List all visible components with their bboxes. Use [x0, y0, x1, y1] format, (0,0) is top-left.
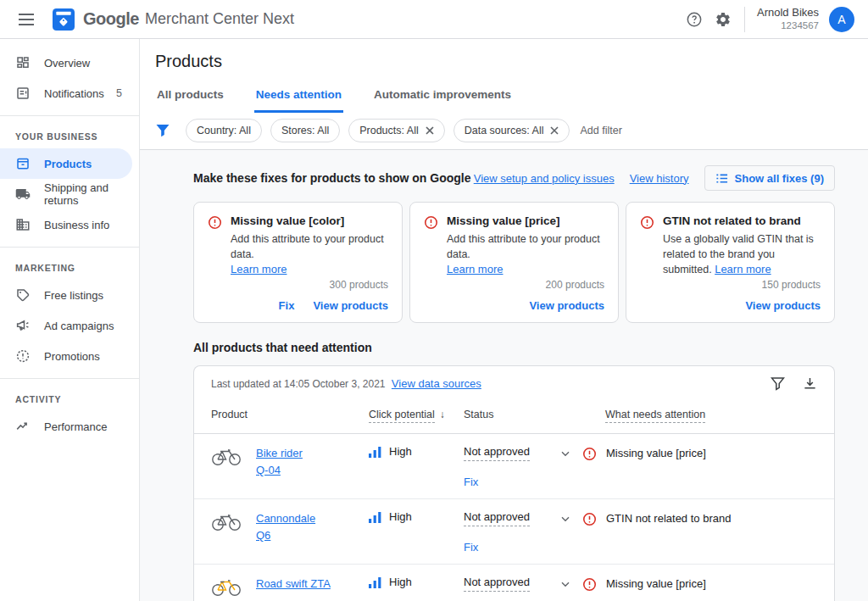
sidebar-item-label: Shipping and returns: [44, 181, 122, 207]
tab-automatic-improvements[interactable]: Automatic improvements: [372, 83, 513, 113]
product-link[interactable]: Q6: [256, 527, 270, 544]
click-potential-bars-icon: [369, 577, 381, 588]
page-title: Products: [155, 52, 848, 71]
error-icon: [582, 512, 597, 526]
product-name: Cannondale Q6: [256, 510, 315, 544]
product-name: Bike rider Q-04: [256, 445, 303, 479]
fix-card-missing-color: Missing value [color] Add this attribute…: [193, 202, 403, 323]
sidebar-item-performance[interactable]: Performance: [0, 411, 132, 442]
show-all-fixes-button[interactable]: Show all fixes (9): [704, 165, 835, 191]
learn-more-link[interactable]: Learn more: [447, 263, 503, 275]
sidebar-divider: [0, 247, 139, 248]
chevron-down-icon[interactable]: [559, 512, 572, 526]
download-button[interactable]: [797, 370, 822, 396]
column-click-potential[interactable]: Click potential ↓: [369, 400, 464, 433]
view-products-link[interactable]: View products: [313, 299, 388, 312]
notifications-count-badge: 5: [116, 87, 122, 99]
learn-more-link[interactable]: Learn more: [715, 263, 771, 275]
error-icon: [640, 215, 654, 230]
tab-all-products[interactable]: All products: [155, 83, 225, 113]
bicycle-image: [211, 445, 242, 467]
chevron-down-icon[interactable]: [559, 447, 572, 460]
sidebar-item-free-listings[interactable]: Free listings: [0, 280, 132, 310]
page-header: Products All products Needs attention Au…: [140, 39, 868, 113]
learn-more-link[interactable]: Learn more: [231, 263, 287, 275]
issue-text: GTIN not related to brand: [606, 511, 731, 525]
click-potential-bars-icon: [369, 512, 381, 523]
fix-link[interactable]: Fix: [464, 476, 559, 488]
sidebar-section-your-business: YOUR BUSINESS: [0, 123, 139, 148]
click-potential-bars-icon: [369, 447, 381, 458]
sidebar-item-notifications[interactable]: Notifications 5: [0, 78, 132, 109]
products-section-heading: All products that need attention: [193, 341, 835, 354]
filter-funnel-icon[interactable]: [155, 123, 170, 138]
error-icon: [424, 215, 438, 230]
help-button[interactable]: [680, 5, 709, 34]
column-what-needs-attention: What needs attention: [559, 400, 817, 433]
sidebar-item-business-info[interactable]: Business info: [0, 209, 132, 240]
error-icon: [582, 577, 597, 592]
sidebar-item-products[interactable]: Products: [0, 148, 132, 179]
tab-needs-attention[interactable]: Needs attention: [254, 83, 343, 113]
filter-chip-stores[interactable]: Stores: All: [270, 119, 340, 142]
fix-card-count: 150 products: [640, 279, 821, 291]
product-link[interactable]: Bike rider: [256, 445, 303, 462]
close-icon[interactable]: [550, 126, 559, 135]
table-row: Cannondale Q6 High Not approved Fix: [194, 499, 834, 565]
sidebar-item-label: Free listings: [44, 289, 103, 302]
filter-chip-products[interactable]: Products: All: [348, 119, 444, 142]
promotion-badge-icon: [15, 348, 31, 364]
sidebar-item-ad-campaigns[interactable]: Ad campaigns: [0, 310, 132, 341]
product-link[interactable]: Q-04: [256, 462, 281, 479]
view-products-link[interactable]: View products: [745, 299, 821, 312]
avatar[interactable]: A: [829, 7, 854, 32]
sidebar-item-promotions[interactable]: Promotions: [0, 341, 132, 371]
hamburger-menu-button[interactable]: [12, 5, 41, 34]
fix-card-missing-price: Missing value [price] Add this attribute…: [409, 202, 619, 323]
filter-outline-icon: [771, 376, 785, 391]
show-all-fixes-label: Show all fixes (9): [735, 172, 824, 185]
sidebar: Overview Notifications 5 YOUR BUSINESS P…: [0, 39, 140, 601]
fixes-heading: Make these fixes for products to show on…: [193, 171, 471, 185]
table-filter-button[interactable]: [765, 370, 790, 396]
sidebar-divider: [0, 378, 139, 379]
product-name: Road swift ZTA: [256, 576, 331, 598]
account-info: Arnold Bikes 1234567: [757, 6, 819, 32]
fix-card-count: 300 products: [208, 279, 388, 291]
download-icon: [803, 376, 817, 391]
settings-button[interactable]: [709, 5, 737, 34]
chevron-down-icon[interactable]: [559, 577, 572, 591]
last-updated-text: Last updated at 14:05 October 3, 2021 Vi…: [211, 377, 481, 390]
issue-row: Missing value [price]: [559, 434, 817, 472]
fix-card-description: Add this attribute to your product data.: [447, 233, 600, 260]
account-name: Arnold Bikes: [757, 6, 819, 19]
hamburger-icon: [19, 14, 34, 25]
view-setup-policy-issues-link[interactable]: View setup and policy issues: [474, 172, 615, 185]
sidebar-item-shipping-and-returns[interactable]: Shipping and returns: [0, 179, 132, 209]
error-icon: [582, 447, 597, 461]
sidebar-item-overview[interactable]: Overview: [0, 47, 132, 78]
fix-link[interactable]: Fix: [279, 299, 295, 312]
view-data-sources-link[interactable]: View data sources: [392, 377, 481, 390]
close-icon[interactable]: [426, 126, 434, 135]
filter-chip-data-sources[interactable]: Data sources: All: [453, 119, 570, 142]
fix-card-description: Add this attribute to your product data.: [231, 233, 384, 260]
fix-link[interactable]: Fix: [464, 541, 559, 554]
sidebar-section-marketing: MARKETING: [0, 254, 139, 280]
filter-chip-country[interactable]: Country: All: [186, 119, 262, 142]
fix-card-title: GTIN not related to brand: [663, 214, 821, 227]
tag-icon: [15, 287, 31, 303]
add-filter-button[interactable]: Add filter: [580, 125, 621, 136]
chip-label: Country: All: [197, 125, 251, 136]
issue-text: Missing value [price]: [606, 446, 706, 459]
error-icon: [208, 215, 222, 230]
help-icon: [686, 11, 703, 28]
fix-card-gtin-brand: GTIN not related to brand Use a globally…: [626, 202, 835, 323]
status-badge: Not approved: [464, 445, 530, 461]
product-link[interactable]: Road swift ZTA: [256, 576, 331, 593]
product-link[interactable]: Cannondale: [256, 510, 315, 527]
view-history-link[interactable]: View history: [630, 172, 689, 185]
view-products-link[interactable]: View products: [529, 299, 604, 312]
sidebar-divider: [0, 115, 139, 116]
column-product: Product: [211, 400, 369, 433]
